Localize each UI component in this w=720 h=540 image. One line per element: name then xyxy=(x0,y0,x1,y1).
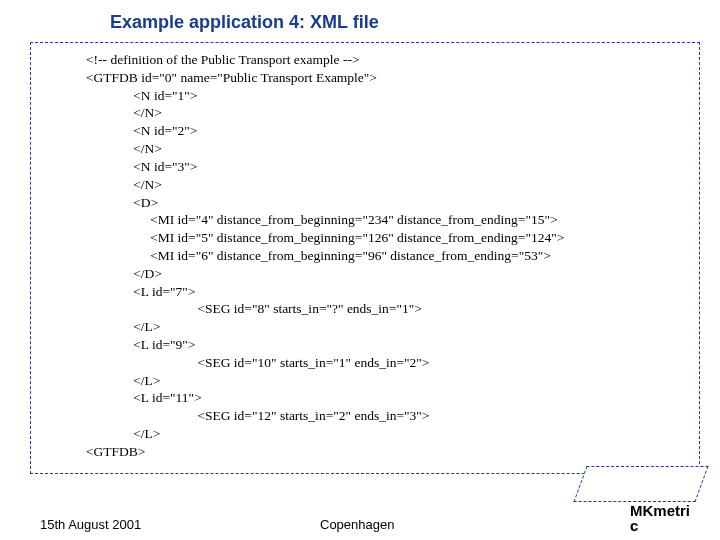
footer-brand: MKmetri c xyxy=(630,503,690,535)
slide-title: Example application 4: XML file xyxy=(110,12,379,33)
brand-decorative-shape xyxy=(573,466,708,502)
brand-line-1: MKmetri xyxy=(630,502,690,519)
xml-code: <!-- definition of the Public Transport … xyxy=(86,51,689,461)
footer-date: 15th August 2001 xyxy=(40,517,141,532)
brand-line-2: c xyxy=(630,517,638,534)
footer-place: Copenhagen xyxy=(320,517,394,532)
xml-code-box: <!-- definition of the Public Transport … xyxy=(30,42,700,474)
